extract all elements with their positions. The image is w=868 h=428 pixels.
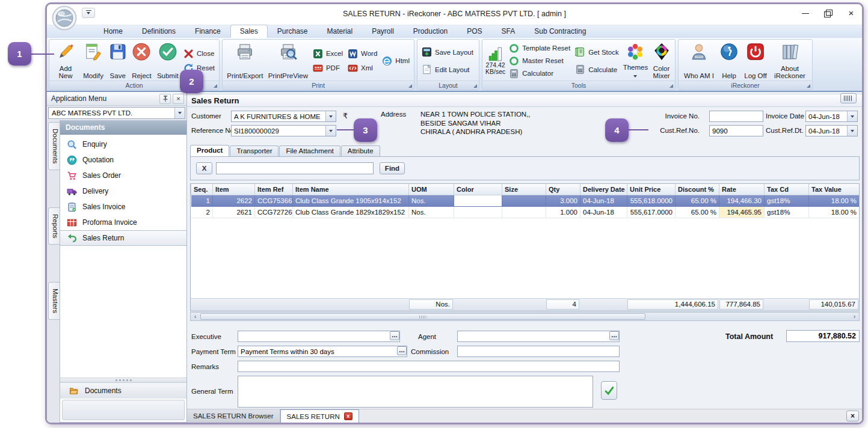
executive-lookup-button[interactable]: … bbox=[390, 331, 399, 340]
invoice-no-input[interactable] bbox=[709, 111, 763, 122]
tab-file-attachment[interactable]: File Attachment bbox=[279, 145, 340, 156]
cell-item[interactable]: 2622 bbox=[213, 195, 255, 207]
documents-bottom-button[interactable]: Documents bbox=[60, 382, 186, 399]
layout-dialog-launcher-icon[interactable] bbox=[473, 84, 477, 88]
print-preview-button[interactable]: PrintPreView bbox=[266, 41, 310, 81]
agent-lookup-button[interactable]: … bbox=[609, 331, 619, 340]
cell-size[interactable] bbox=[502, 195, 546, 207]
cell-tax-cd[interactable]: gst18% bbox=[765, 195, 809, 207]
find-button[interactable]: Find bbox=[380, 162, 405, 174]
cell-item-ref[interactable]: CCG72726 bbox=[255, 207, 293, 218]
cell-tax-cd[interactable]: gst18% bbox=[765, 207, 809, 218]
ribbon-tab-material[interactable]: Material bbox=[317, 25, 362, 38]
col-item[interactable]: Item bbox=[213, 184, 255, 195]
template-reset-button[interactable]: Template Reset bbox=[509, 43, 570, 54]
ribbon-tab-payroll[interactable]: Payroll bbox=[362, 25, 404, 38]
cell-size[interactable] bbox=[502, 207, 546, 218]
modify-button[interactable]: Modify bbox=[80, 41, 106, 81]
col-tax-value[interactable]: Tax Value bbox=[809, 184, 860, 195]
table-row-2[interactable]: 2 2621 CCG72726 Club Class Grande 1829x1… bbox=[191, 207, 860, 218]
cell-tax-value[interactable]: 18.00 % bbox=[809, 195, 860, 207]
cell-uom[interactable]: Nos. bbox=[409, 195, 454, 207]
vertical-tab-masters[interactable]: Masters bbox=[48, 282, 60, 320]
get-stock-button[interactable]: Get Stock bbox=[575, 47, 619, 57]
close-panel-button[interactable]: × bbox=[173, 94, 184, 104]
scroll-right-arrow-icon[interactable]: › bbox=[850, 313, 859, 320]
invoice-date-picker[interactable]: 04-Jun-18 bbox=[805, 111, 858, 122]
cell-delivery-date[interactable]: 04-Jun-18 bbox=[580, 207, 627, 218]
cell-color[interactable] bbox=[454, 207, 502, 218]
cell-item-name[interactable]: Club Class Grande 1905x914x152 bbox=[293, 195, 409, 207]
cell-item-name[interactable]: Club Class Grande 1829x1829x152 bbox=[293, 207, 409, 218]
ribbon-tab-home[interactable]: Home bbox=[94, 25, 132, 38]
grid-search-input[interactable] bbox=[216, 162, 374, 174]
minimize-button[interactable] bbox=[801, 9, 810, 17]
cell-rate-highlighted[interactable]: 194,465.95 bbox=[719, 207, 765, 218]
sidebar-item-delivery[interactable]: Delivery bbox=[60, 183, 186, 199]
export-word-button[interactable]: Word bbox=[348, 49, 377, 59]
cell-uom[interactable]: Nos. bbox=[409, 207, 454, 218]
sidebar-item-sales-order[interactable]: Sales Order bbox=[60, 168, 186, 183]
cell-unit-price[interactable]: 555,617.0000 bbox=[627, 207, 676, 218]
close-button[interactable]: Close bbox=[183, 49, 215, 59]
remarks-input[interactable] bbox=[238, 361, 620, 372]
ireckoner-dialog-launcher-icon[interactable] bbox=[807, 84, 810, 88]
tab-sales-return-browser[interactable]: SALES RETURN Browser bbox=[187, 409, 280, 423]
col-seq[interactable]: Seq. bbox=[191, 184, 213, 195]
tab-transporter[interactable]: Transporter bbox=[230, 145, 279, 156]
export-excel-button[interactable]: Excel bbox=[313, 49, 343, 59]
sidebar-item-sales-return[interactable]: Sales Return bbox=[60, 230, 186, 246]
edit-layout-button[interactable]: Edit Layout bbox=[422, 64, 473, 75]
general-term-textarea[interactable] bbox=[238, 376, 593, 408]
cell-seq[interactable]: 1 bbox=[191, 195, 213, 207]
col-tax-cd[interactable]: Tax Cd bbox=[765, 184, 809, 195]
chevron-down-icon[interactable] bbox=[174, 108, 185, 118]
cell-unit-price[interactable]: 555,618.0000 bbox=[627, 195, 676, 207]
close-all-tabs-button[interactable]: × bbox=[846, 411, 859, 421]
tools-dialog-launcher-icon[interactable] bbox=[669, 84, 673, 88]
payment-term-input[interactable] bbox=[238, 346, 407, 357]
themes-button[interactable]: Themes bbox=[621, 41, 650, 81]
close-tab-icon[interactable]: x bbox=[344, 412, 352, 420]
sidebar-item-enquiry[interactable]: Enquiry bbox=[60, 136, 186, 152]
reject-button[interactable]: Reject bbox=[129, 41, 154, 81]
chevron-down-icon[interactable] bbox=[325, 111, 336, 121]
col-unit-price[interactable]: Unit Price bbox=[627, 184, 676, 195]
chevron-down-icon[interactable] bbox=[847, 111, 857, 121]
sidebar-item-sales-invoice[interactable]: Sales Invoice bbox=[60, 199, 186, 215]
col-uom[interactable]: UOM bbox=[409, 184, 454, 195]
cell-qty[interactable]: 1.000 bbox=[546, 207, 580, 218]
general-term-apply-button[interactable] bbox=[601, 381, 617, 400]
commission-input[interactable] bbox=[457, 346, 620, 357]
export-xml-button[interactable]: Xml bbox=[348, 63, 377, 73]
help-button[interactable]: Help bbox=[718, 41, 740, 81]
cell-item[interactable]: 2621 bbox=[213, 207, 255, 218]
table-row-1-selected[interactable]: 1 2622 CCG75366 Club Class Grande 1905x9… bbox=[191, 195, 860, 207]
submit-button[interactable]: Submit bbox=[155, 41, 181, 81]
vertical-tab-documents[interactable]: Documents bbox=[48, 122, 60, 170]
cell-item-ref[interactable]: CCG75366 bbox=[255, 195, 293, 207]
company-select[interactable]: ABC MATRESS PVT LTD. bbox=[48, 107, 185, 119]
ribbon-tab-subcontracting[interactable]: Sub Contracting bbox=[525, 25, 596, 38]
export-pdf-button[interactable]: PDF bbox=[313, 63, 343, 73]
payment-term-lookup-button[interactable]: … bbox=[397, 346, 407, 355]
cell-delivery-date[interactable]: 04-Jun-18 bbox=[580, 195, 627, 207]
ribbon-tab-sales[interactable]: Sales bbox=[230, 25, 268, 38]
app-logo-globe-icon[interactable] bbox=[52, 5, 77, 31]
tab-product[interactable]: Product bbox=[190, 145, 229, 156]
col-item-name[interactable]: Item Name bbox=[293, 184, 409, 195]
col-item-ref[interactable]: Item Ref bbox=[255, 184, 293, 195]
cell-tax-value[interactable]: 18.00 % bbox=[809, 207, 860, 218]
col-qty[interactable]: Qty bbox=[546, 184, 580, 195]
cell-seq[interactable]: 2 bbox=[191, 207, 213, 218]
ribbon-tab-production[interactable]: Production bbox=[404, 25, 457, 38]
cell-discount[interactable]: 65.00 % bbox=[676, 195, 719, 207]
print-dialog-launcher-icon[interactable] bbox=[408, 84, 412, 88]
sidebar-splitter[interactable] bbox=[60, 378, 186, 382]
ribbon-tab-pos[interactable]: POS bbox=[457, 25, 491, 38]
master-reset-button[interactable]: Master Reset bbox=[509, 56, 570, 66]
calculate-button[interactable]: Calculate bbox=[575, 64, 619, 75]
col-color[interactable]: Color bbox=[454, 184, 502, 195]
save-layout-button[interactable]: Save Layout bbox=[422, 47, 473, 57]
cell-qty[interactable]: 3.000 bbox=[546, 195, 580, 207]
